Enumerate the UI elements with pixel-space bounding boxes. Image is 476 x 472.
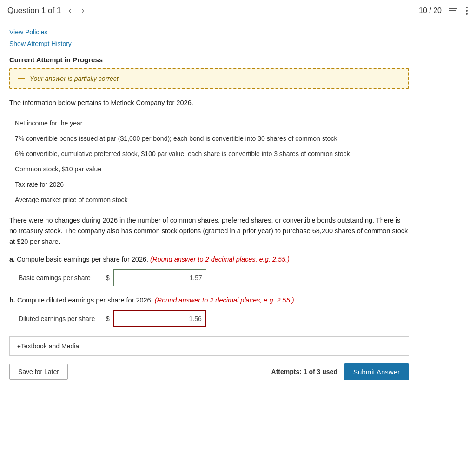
footer-row: Save for Later Attempts: 1 of 3 used Sub… — [9, 361, 409, 382]
submit-answer-button[interactable]: Submit Answer — [344, 363, 409, 380]
prev-button[interactable]: ‹ — [66, 5, 74, 16]
header-right: 10 / 20 — [419, 6, 469, 16]
data-row-2: 7% convertible bonds issued at par ($1,0… — [13, 131, 409, 146]
data-rows: Net income for the year 7% convertible b… — [9, 116, 409, 208]
part-a-letter: a. — [9, 256, 15, 263]
part-b-input-row: Diluted earnings per share $ — [19, 310, 409, 327]
etextbook-row[interactable]: eTextbook and Media — [9, 336, 409, 356]
part-a-input[interactable] — [113, 269, 206, 286]
part-b-letter: b. — [9, 296, 15, 304]
next-button[interactable]: › — [79, 5, 87, 16]
footer-right: Attempts: 1 of 3 used Submit Answer — [271, 363, 409, 380]
part-b-text: Compute diluted earnings per share for 2… — [17, 296, 153, 304]
save-for-later-button[interactable]: Save for Later — [9, 364, 68, 380]
etextbook-label: eTextbook and Media — [17, 342, 79, 350]
part-b-field-label: Diluted earnings per share — [19, 315, 102, 322]
part-b-input[interactable] — [113, 310, 206, 327]
part-b-label: b. Compute diluted earnings per share fo… — [9, 295, 409, 306]
more-options-icon[interactable] — [465, 6, 469, 16]
attempts-label: Attempts: 1 of 3 used — [271, 368, 337, 375]
part-a-dollar: $ — [106, 274, 110, 282]
show-attempt-history-link[interactable]: Show Attempt History — [9, 40, 72, 47]
partial-correct-text: Your answer is partially correct. — [30, 75, 120, 82]
question-label: Question 1 of 1 — [7, 6, 61, 15]
paragraph-text: There were no changes during 2026 in the… — [9, 215, 409, 248]
minus-icon — [18, 78, 25, 79]
data-row-3: 6% convertible, cumulative preferred sto… — [13, 146, 409, 162]
view-policies-row: View Policies — [9, 26, 409, 38]
main-content: View Policies Show Attempt History Curre… — [0, 21, 418, 392]
part-a-text: Compute basic earnings per share for 202… — [17, 256, 148, 263]
part-b-hint: (Round answer to 2 decimal places, e.g. … — [155, 296, 294, 304]
question-intro: The information below pertains to Metloc… — [9, 98, 409, 108]
header-left: Question 1 of 1 ‹ › — [7, 5, 419, 16]
partial-correct-box: Your answer is partially correct. — [9, 68, 409, 89]
data-row-4: Common stock, $10 par value — [13, 162, 409, 177]
data-row-6: Average market price of common stock — [13, 192, 409, 208]
part-b-dollar: $ — [106, 315, 110, 322]
part-a-input-row: Basic earnings per share $ — [19, 269, 409, 286]
view-policies-link[interactable]: View Policies — [9, 28, 47, 36]
header: Question 1 of 1 ‹ › 10 / 20 — [0, 0, 476, 21]
show-attempt-history-row: Show Attempt History — [9, 38, 409, 49]
data-row-5: Tax rate for 2026 — [13, 177, 409, 192]
current-attempt-label: Current Attempt in Progress — [9, 56, 409, 64]
part-a-hint: (Round answer to 2 decimal places, e.g. … — [150, 256, 290, 263]
data-row-1: Net income for the year — [13, 116, 409, 131]
list-icon[interactable] — [449, 8, 457, 13]
score-label: 10 / 20 — [419, 7, 442, 15]
part-a-label: a. Compute basic earnings per share for … — [9, 255, 409, 265]
part-a-field-label: Basic earnings per share — [19, 274, 102, 282]
